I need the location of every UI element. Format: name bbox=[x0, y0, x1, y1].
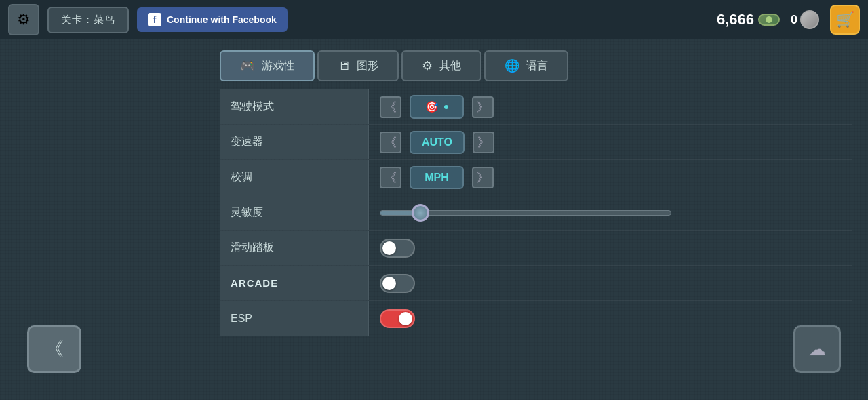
arcade-control bbox=[369, 274, 852, 293]
transmission-value: AUTO bbox=[410, 131, 465, 154]
calibration-next[interactable]: 》 bbox=[472, 167, 494, 188]
gems-value: 0 bbox=[791, 13, 797, 27]
arcade-knob bbox=[382, 277, 396, 290]
sensitivity-control bbox=[369, 206, 852, 220]
esp-toggle[interactable] bbox=[380, 309, 415, 328]
setting-sensitivity: 灵敏度 bbox=[220, 195, 852, 231]
esp-control bbox=[369, 309, 852, 328]
tab-language-label: 语言 bbox=[526, 59, 548, 73]
calibration-value: MPH bbox=[410, 166, 464, 189]
setting-esp: ESP bbox=[220, 301, 852, 336]
drive-mode-value: 🎯 bbox=[410, 95, 464, 119]
drive-mode-label: 驾驶模式 bbox=[220, 89, 369, 124]
gem-icon bbox=[800, 10, 819, 29]
back-button[interactable]: 《 bbox=[27, 325, 81, 373]
coin-inner bbox=[766, 16, 772, 23]
transmission-next[interactable]: 》 bbox=[473, 132, 494, 153]
level-label: 关卡：菜鸟 bbox=[61, 14, 115, 25]
other-icon: ⚙ bbox=[422, 58, 433, 73]
sensitivity-label: 灵敏度 bbox=[220, 195, 369, 230]
sensitivity-slider[interactable] bbox=[380, 206, 671, 220]
facebook-icon: f bbox=[148, 13, 161, 26]
arcade-toggle[interactable] bbox=[380, 274, 415, 293]
esp-label: ESP bbox=[220, 301, 369, 336]
top-bar: ⚙ 关卡：菜鸟 f Continue with Facebook 6,666 0… bbox=[0, 0, 868, 39]
gameplay-icon: 🎮 bbox=[240, 58, 255, 73]
slide-pedal-knob bbox=[382, 241, 396, 255]
setting-drive-mode: 驾驶模式 《 🎯 》 bbox=[220, 89, 852, 125]
coin-icon bbox=[758, 14, 780, 26]
facebook-label: Continue with Facebook bbox=[167, 14, 277, 25]
esp-knob bbox=[399, 312, 412, 325]
tab-other-label: 其他 bbox=[439, 59, 461, 73]
sync-icon: ☁ bbox=[808, 339, 826, 360]
slide-pedal-control bbox=[369, 239, 852, 258]
tab-gameplay-label: 游戏性 bbox=[262, 59, 294, 73]
sync-button[interactable]: ☁ bbox=[793, 325, 841, 373]
tab-gameplay[interactable]: 🎮 游戏性 bbox=[220, 50, 315, 81]
cart-button[interactable]: 🛒 bbox=[830, 5, 860, 35]
drive-mode-control: 《 🎯 》 bbox=[369, 95, 852, 119]
tabs-bar: 🎮 游戏性 🖥 图形 ⚙ 其他 🌐 语言 bbox=[220, 50, 852, 81]
calibration-label: 校调 bbox=[220, 160, 369, 195]
slider-thumb[interactable] bbox=[412, 204, 429, 222]
calibration-prev[interactable]: 《 bbox=[380, 167, 401, 188]
gear-icon: ⚙ bbox=[17, 11, 31, 28]
calibration-control: 《 MPH 》 bbox=[369, 166, 852, 189]
top-right-area: 6,666 0 🛒 bbox=[717, 5, 860, 35]
steering-wheel-icon: 🎯 bbox=[425, 100, 439, 113]
transmission-prev[interactable]: 《 bbox=[380, 132, 401, 153]
arcade-label: ARCADE bbox=[220, 266, 369, 300]
drive-mode-next[interactable]: 》 bbox=[472, 96, 494, 118]
drive-mode-prev[interactable]: 《 bbox=[380, 96, 401, 118]
tab-graphics-label: 图形 bbox=[357, 59, 378, 73]
dot-indicator bbox=[444, 105, 448, 109]
level-button[interactable]: 关卡：菜鸟 bbox=[47, 7, 129, 33]
transmission-label: 变速器 bbox=[220, 125, 369, 159]
setting-slide-pedal: 滑动踏板 bbox=[220, 231, 852, 266]
main-content: 🎮 游戏性 🖥 图形 ⚙ 其他 🌐 语言 驾驶模式 《 🎯 bbox=[203, 39, 868, 400]
transmission-control: 《 AUTO 》 bbox=[369, 131, 852, 154]
gear-button[interactable]: ⚙ bbox=[8, 4, 39, 35]
settings-panel: 驾驶模式 《 🎯 》 变速器 《 AUTO 》 bbox=[220, 89, 852, 336]
tab-other[interactable]: ⚙ 其他 bbox=[401, 50, 481, 81]
tab-graphics[interactable]: 🖥 图形 bbox=[317, 50, 399, 81]
graphics-icon: 🖥 bbox=[338, 59, 350, 73]
facebook-button[interactable]: f Continue with Facebook bbox=[137, 7, 288, 32]
slide-pedal-toggle[interactable] bbox=[380, 239, 415, 258]
setting-transmission: 变速器 《 AUTO 》 bbox=[220, 125, 852, 160]
cart-icon: 🛒 bbox=[836, 11, 854, 28]
back-icon: 《 bbox=[45, 336, 64, 362]
coins-value: 6,666 bbox=[717, 11, 754, 28]
tab-language[interactable]: 🌐 语言 bbox=[484, 50, 568, 81]
setting-calibration: 校调 《 MPH 》 bbox=[220, 160, 852, 195]
language-icon: 🌐 bbox=[505, 58, 519, 73]
setting-arcade: ARCADE bbox=[220, 266, 852, 301]
coins-display: 6,666 bbox=[717, 11, 780, 28]
slide-pedal-label: 滑动踏板 bbox=[220, 231, 369, 265]
gems-display: 0 bbox=[791, 10, 819, 29]
